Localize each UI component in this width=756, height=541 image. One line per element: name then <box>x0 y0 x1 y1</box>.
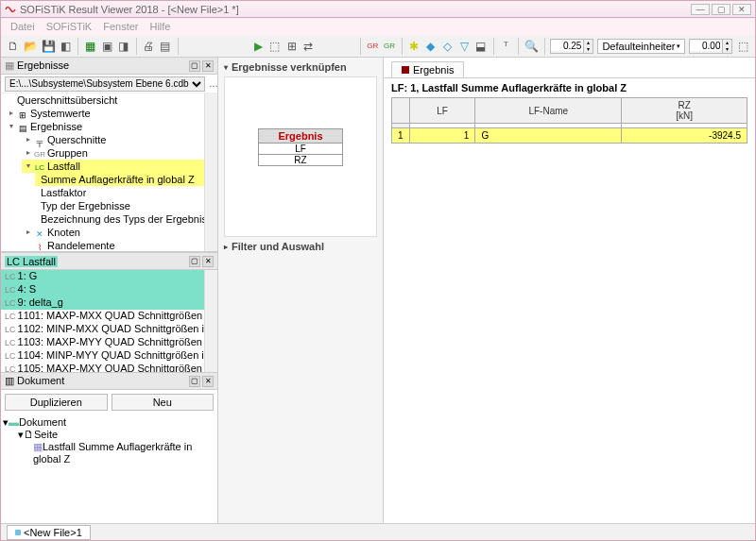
spin-2-input[interactable] <box>690 41 722 51</box>
col-lf[interactable]: LF <box>409 98 475 124</box>
file-tab-icon <box>15 530 21 535</box>
doc-node-lastfall[interactable]: ▦Lastfall Summe Auflagerkräfte in global… <box>3 441 215 465</box>
path-select[interactable]: E:\...\Subsysteme\Subsystem Ebene 6.cdb <box>5 76 205 92</box>
lc-item-1103[interactable]: LC1103: MAXP-MYY QUAD Schnittgrößen in <box>1 336 217 349</box>
tool-icon-6[interactable]: ▣ <box>101 38 114 55</box>
menu-datei[interactable]: Datei <box>10 21 35 32</box>
menu-hilfe[interactable]: Hilfe <box>149 21 170 32</box>
tree-querschnitte[interactable]: ▸╤Querschnitte <box>22 133 217 146</box>
tree-ergebnisse[interactable]: ▾▤Ergebnisse <box>5 120 217 133</box>
spin-2[interactable]: ▴▾ <box>689 39 732 54</box>
result-table: LF LF-Name RZ [kN] 1 1 G -3924.5 <box>391 97 747 144</box>
tree-lastfaktor[interactable]: Lastfaktor <box>39 186 217 199</box>
doc-node-seite[interactable]: ▾🗋Seite <box>3 429 215 441</box>
tool-icon-18[interactable]: ⬓ <box>474 38 488 55</box>
tree-summe-auflager[interactable]: Summe Auflagerkräfte in global Z <box>39 173 217 186</box>
tree-typ-ergebnisse[interactable]: Typ der Ergebnisse <box>39 199 217 212</box>
app-logo-icon <box>5 4 16 15</box>
lc-item-9[interactable]: LC9: delta_g <box>1 296 217 310</box>
tool-icon-11[interactable]: ⬚ <box>268 38 282 55</box>
ergebnisse-tree[interactable]: Querschnittsübersicht ▸⊞Systemwerte ▾▤Er… <box>1 93 217 252</box>
tool-icon-13[interactable]: ⇄ <box>301 38 315 55</box>
tool-icon-9[interactable]: ▤ <box>159 38 172 55</box>
lc-item-1101[interactable]: LC1101: MAXP-MXX QUAD Schnittgrößen in <box>1 310 217 323</box>
close-button[interactable]: ✕ <box>732 4 751 15</box>
cell-lf: 1 <box>409 128 475 144</box>
ergebnis-box-rz: RZ <box>259 155 342 165</box>
file-tab-label: <New File>1 <box>24 527 82 538</box>
panel-btn-1[interactable]: ▢ <box>189 60 200 72</box>
lc-panel-btn-2[interactable]: ✕ <box>202 256 214 267</box>
section-filter-auswahl[interactable]: ▸Filter und Auswahl <box>218 237 383 256</box>
tree-bezeichnung-typ[interactable]: Bezeichnung des Typs der Ergebnisse <box>39 212 217 226</box>
tree-scrollbar[interactable] <box>204 93 217 251</box>
tool-icon-16[interactable]: ◇ <box>441 38 455 55</box>
doc-panel-btn-2[interactable]: ✕ <box>202 376 214 387</box>
tree-gruppen[interactable]: ▸GRGruppen <box>22 146 217 160</box>
middle-panel: ▾Ergebnisse verknüpfen Ergebnis LF RZ ▸F… <box>218 58 384 523</box>
lc-panel-label: LC Lastfall <box>5 256 58 267</box>
menu-bar: Datei SOFiSTiK Fenster Hilfe <box>1 18 755 35</box>
toolbar: 🗋 📂 💾 ◧ ▦ ▣ ◨ 🖨 ▤ ▶ ⬚ ⊞ ⇄ GR GR ✱ ◆ ◇ ▽ … <box>1 35 755 58</box>
tool-icon-4[interactable]: ◧ <box>60 38 73 55</box>
tool-icon-end[interactable]: ⬚ <box>736 38 749 55</box>
col-rz[interactable]: RZ [kN] <box>622 98 747 124</box>
print-icon[interactable]: 🖨 <box>143 38 156 55</box>
open-icon[interactable]: 📂 <box>24 38 38 55</box>
tool-icon-15[interactable]: ◆ <box>424 38 438 55</box>
ergebnis-box[interactable]: Ergebnis LF RZ <box>258 128 343 166</box>
tree-lastfall[interactable]: ▾LCLastfall <box>22 160 217 173</box>
spin-1-input[interactable] <box>551 41 583 51</box>
tool-icon-12[interactable]: ⊞ <box>285 38 299 55</box>
tree-systemwerte[interactable]: ▸⊞Systemwerte <box>5 107 217 120</box>
lc-item-1105[interactable]: LC1105: MAXP-MXY QUAD Schnittgrößen in <box>1 363 217 372</box>
section-ergebnisse-verknuepfen[interactable]: ▾Ergebnisse verknüpfen <box>218 58 383 76</box>
lc-panel-btn-1[interactable]: ▢ <box>189 256 200 267</box>
tree-randelemente[interactable]: ⌇Randelemente <box>22 239 217 252</box>
minimize-button[interactable]: — <box>691 4 710 15</box>
tool-icon-17[interactable]: ▽ <box>457 38 471 55</box>
tool-icon-14[interactable]: ✱ <box>407 38 421 55</box>
path-icon-1[interactable]: … <box>209 76 218 93</box>
gr-icon-2[interactable]: GR <box>383 38 396 55</box>
tab-ergebnis[interactable]: Ergebnis <box>391 61 464 77</box>
tool-icon-19[interactable]: ᵀ <box>499 38 512 55</box>
panel-btn-2[interactable]: ✕ <box>202 60 214 72</box>
lc-item-1104[interactable]: LC1104: MINP-MYY QUAD Schnittgrößen in <box>1 349 217 363</box>
gr-icon-1[interactable]: GR <box>367 38 380 55</box>
tool-icon-10[interactable]: ▶ <box>252 38 266 55</box>
tool-icon-7[interactable]: ◨ <box>117 38 130 55</box>
lc-panel-header: LC Lastfall ▢✕ <box>1 253 217 270</box>
table-row[interactable]: 1 1 G -3924.5 <box>392 128 747 144</box>
doc-panel-btn-1[interactable]: ▢ <box>189 376 200 387</box>
cell-index: 1 <box>392 128 410 144</box>
duplizieren-button[interactable]: Duplizieren <box>5 394 108 411</box>
new-icon[interactable]: 🗋 <box>7 38 20 55</box>
col-lfname[interactable]: LF-Name <box>475 98 622 124</box>
col-index <box>392 98 410 124</box>
document-tree[interactable]: ▾▬Dokument ▾🗋Seite ▦Lastfall Summe Aufla… <box>1 414 217 523</box>
result-area: Ergebnis LF: 1, Lastfall Summe Auflagerk… <box>384 58 755 523</box>
save-icon[interactable]: 💾 <box>42 38 56 55</box>
ergebnisse-label: Ergebnisse <box>17 59 69 71</box>
menu-sofistik[interactable]: SOFiSTiK <box>46 21 93 32</box>
tree-querschnittsuebersicht[interactable]: Querschnittsübersicht <box>5 93 217 107</box>
file-tab[interactable]: <New File>1 <box>7 525 91 540</box>
zoom-icon[interactable]: 🔍 <box>524 38 539 55</box>
units-dropdown[interactable]: Defaulteinheiter▾ <box>597 39 685 54</box>
tool-icon-5[interactable]: ▦ <box>84 38 97 55</box>
menu-fenster[interactable]: Fenster <box>103 21 138 32</box>
ergebnis-box-header: Ergebnis <box>259 129 342 144</box>
tree-knoten[interactable]: ▸✕Knoten <box>22 226 217 239</box>
lc-item-1102[interactable]: LC1102: MINP-MXX QUAD Schnittgrößen in <box>1 323 217 336</box>
ergebnis-box-lf: LF <box>259 144 342 155</box>
neu-button[interactable]: Neu <box>112 394 215 411</box>
lc-item-4[interactable]: LC4: S <box>1 283 217 296</box>
lc-scrollbar[interactable] <box>204 270 217 372</box>
cell-lfname: G <box>475 128 622 144</box>
maximize-button[interactable]: ▢ <box>712 4 730 15</box>
lc-list[interactable]: LC1: G LC4: S LC9: delta_g LC1101: MAXP-… <box>1 270 217 372</box>
lc-item-1[interactable]: LC1: G <box>1 270 217 283</box>
doc-node-dokument[interactable]: ▾▬Dokument <box>3 416 215 429</box>
spin-1[interactable]: ▴▾ <box>550 39 593 54</box>
